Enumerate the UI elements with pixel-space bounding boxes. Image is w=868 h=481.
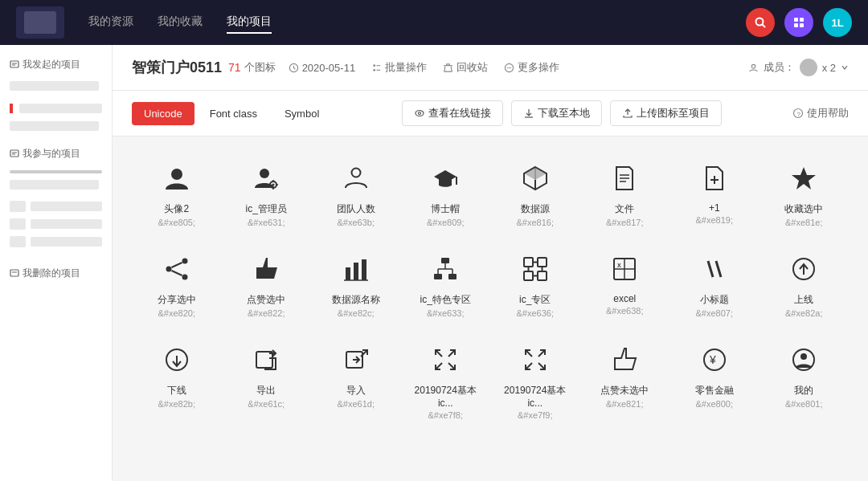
sidebar-section-mine: 我发起的项目 — [0, 58, 112, 131]
participate-icon — [10, 149, 19, 159]
icon-svg-export — [250, 344, 282, 376]
icon-name: 点赞未选中 — [600, 384, 649, 397]
icon-item-star[interactable]: 收藏选中 &#xe81e; — [760, 149, 850, 234]
icon-code: &#xe801; — [785, 399, 822, 409]
icon-item-grid-org[interactable]: ic_专区 &#xe636; — [490, 240, 580, 324]
sidebar-participated-item[interactable] — [10, 180, 99, 190]
icon-svg-file — [608, 162, 641, 194]
more-ops-button[interactable]: 更多操作 — [504, 60, 559, 75]
project-icon-count: 71 — [228, 61, 241, 74]
icon-name: 收藏选中 — [784, 202, 823, 216]
icon-item-subtitle[interactable]: 小标题 &#xe807; — [669, 240, 760, 324]
upload-icon-button[interactable]: 上传图标至项目 — [610, 100, 722, 126]
nav-link-resources[interactable]: 我的资源 — [88, 11, 133, 34]
icon-item-org-chart[interactable]: ic_特色专区 &#xe633; — [401, 240, 491, 324]
nav-actions: 1L — [746, 8, 852, 37]
svg-point-30 — [171, 169, 182, 180]
sidebar-project-item[interactable] — [10, 121, 99, 131]
sidebar-participated-item[interactable] — [0, 198, 112, 215]
nav-link-favorites[interactable]: 我的收藏 — [158, 11, 203, 34]
tab-font-class[interactable]: Font class — [198, 102, 269, 125]
tab-symbol[interactable]: Symbol — [272, 102, 331, 125]
icon-svg-team — [340, 162, 372, 194]
icon-item-share[interactable]: 分享选中 &#xe820; — [132, 240, 222, 324]
icon-item-avatar2[interactable]: 头像2 &#xe805; — [132, 149, 222, 234]
icon-name: 20190724基本ic... — [407, 384, 485, 409]
icons-row-1: 头像2 &#xe805; ic_管理员 &#xe631; 团队人数 &#xe63… — [132, 149, 849, 234]
icon-item-plus1[interactable]: +1 &#xe819; — [669, 149, 760, 234]
chevron-down-icon[interactable] — [841, 63, 849, 71]
svg-rect-5 — [800, 23, 804, 27]
search-button[interactable] — [746, 8, 775, 37]
batch-icon — [371, 63, 382, 73]
icon-name: +1 — [709, 202, 720, 214]
icon-item-export[interactable]: 导出 &#xe61c; — [222, 331, 312, 426]
svg-rect-71 — [538, 271, 547, 280]
batch-op-button[interactable]: 批量操作 — [371, 60, 427, 75]
icon-item-bar-chart[interactable]: 数据源名称 &#xe82c; — [311, 240, 401, 324]
project-header: 智策门户0511 71 个图标 2020-05-11 批量操作 回收站 — [113, 45, 868, 91]
icon-svg-double-slash — [698, 253, 731, 285]
icon-item-team[interactable]: 团队人数 &#xe63b; — [311, 149, 401, 234]
icon-item-expand[interactable]: 20190724基本ic... &#xe7f9; — [490, 331, 580, 426]
icon-item-my[interactable]: 我的 &#xe801; — [760, 331, 850, 426]
icon-code: &#xe821; — [606, 399, 643, 409]
icon-item-thumbup-outline[interactable]: 点赞未选中 &#xe821; — [580, 331, 670, 426]
icon-item-file[interactable]: 文件 &#xe817; — [580, 149, 670, 234]
toolbar-actions: 查看在线链接 下载至本地 上传图标至项目 — [402, 100, 722, 126]
svg-line-54 — [171, 263, 182, 267]
svg-point-22 — [509, 67, 510, 67]
icon-svg-grid-org — [519, 253, 551, 285]
svg-line-88 — [436, 350, 442, 357]
sidebar-participated-item[interactable] — [0, 215, 112, 233]
icon-code: &#xe82c; — [338, 308, 375, 318]
download-local-button[interactable]: 下载至本地 — [511, 100, 602, 126]
icon-name: 小标题 — [700, 293, 729, 307]
svg-rect-61 — [434, 274, 442, 279]
help-button[interactable]: ? 使用帮助 — [792, 106, 849, 120]
icon-item-excel[interactable]: X excel &#xe638; — [580, 240, 670, 324]
icon-item-thumbup[interactable]: 点赞选中 &#xe822; — [222, 240, 312, 324]
layout-button[interactable] — [784, 8, 813, 37]
icon-item-admin[interactable]: ic_管理员 &#xe631; — [222, 149, 312, 234]
icon-code: &#xe631; — [248, 218, 285, 227]
layout-icon — [792, 16, 805, 29]
svg-rect-6 — [10, 61, 18, 67]
svg-line-1 — [763, 25, 766, 28]
icon-item-yen[interactable]: ¥ 零售金融 &#xe800; — [669, 331, 760, 426]
recycle-button[interactable]: 回收站 — [443, 60, 488, 75]
icon-code: &#xe805; — [158, 218, 195, 227]
icon-svg-bar-chart — [340, 253, 372, 285]
project-title-area: 智策门户0511 71 个图标 2020-05-11 批量操作 回收站 — [132, 58, 748, 77]
icon-name: 数据源名称 — [332, 293, 380, 307]
icon-name: 文件 — [615, 202, 634, 216]
icon-item-import[interactable]: 导入 &#xe61d; — [311, 331, 401, 426]
sidebar-participated-item[interactable] — [0, 233, 112, 251]
svg-rect-12 — [10, 270, 18, 276]
icon-item-compress[interactable]: 20190724基本ic... &#xe7f8; — [401, 331, 491, 426]
view-online-link-button[interactable]: 查看在线链接 — [402, 100, 503, 126]
eye-icon — [414, 108, 425, 119]
user-button[interactable]: 1L — [823, 8, 852, 37]
svg-rect-58 — [362, 259, 366, 280]
icon-code: &#xe61d; — [338, 399, 375, 409]
icon-name: 博士帽 — [431, 202, 460, 216]
delete-icon — [10, 269, 19, 279]
sidebar: 我发起的项目 我参与的项目 — [0, 45, 113, 481]
icon-item-grad-cap[interactable]: 博士帽 &#xe809; — [401, 149, 491, 234]
icon-code: &#xe82a; — [785, 308, 822, 318]
svg-rect-69 — [538, 258, 547, 267]
icon-code: &#xe7f8; — [428, 410, 463, 420]
nav-link-projects[interactable]: 我的项目 — [227, 11, 272, 34]
content-area: 智策门户0511 71 个图标 2020-05-11 批量操作 回收站 — [113, 45, 868, 481]
member-avatar — [800, 59, 817, 76]
icon-name: 点赞选中 — [247, 293, 285, 307]
icon-svg-excel: X — [608, 253, 641, 285]
tab-unicode[interactable]: Unicode — [132, 102, 194, 125]
icon-item-online[interactable]: 上线 &#xe82a; — [760, 240, 850, 324]
sidebar-active-project[interactable] — [0, 99, 112, 118]
icon-name: 上线 — [794, 293, 813, 307]
icon-item-datasource[interactable]: 数据源 &#xe816; — [490, 149, 580, 234]
icon-item-offline[interactable]: 下线 &#xe82b; — [132, 331, 222, 426]
sidebar-project-item[interactable] — [10, 81, 99, 91]
